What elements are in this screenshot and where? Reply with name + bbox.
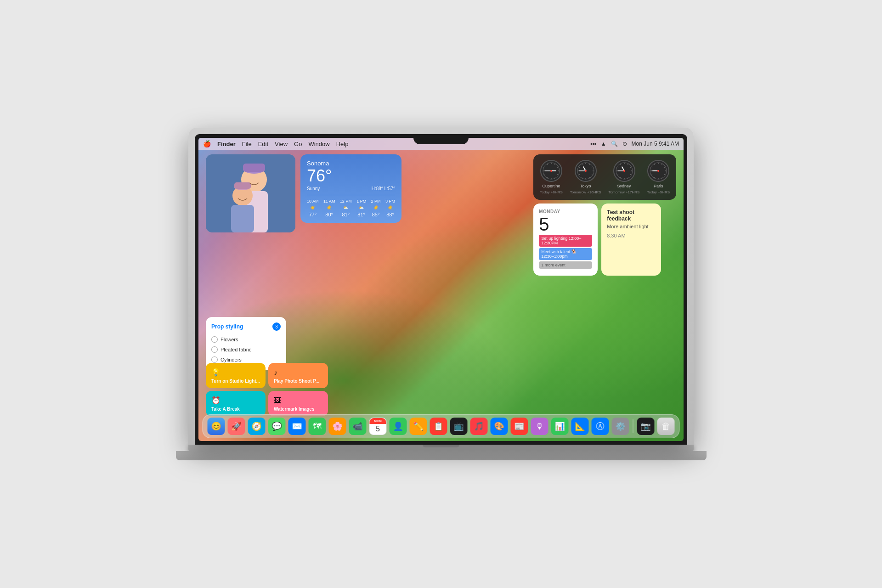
forecast-temp-4: 85° (372, 212, 380, 217)
dock-separator (633, 419, 633, 433)
svg-point-24 (550, 170, 552, 172)
dock-icon-appstore[interactable]: Ⓐ (592, 418, 609, 435)
forecast-time-5: 3 PM (385, 199, 395, 204)
forecast-temp-5: 88° (386, 212, 394, 217)
dock-icon-camera[interactable]: 📷 (637, 418, 655, 435)
apple-logo-icon[interactable]: 🍎 (203, 140, 211, 147)
weather-highlow: H:88° L:57° (372, 186, 395, 191)
menu-help[interactable]: Help (336, 141, 349, 147)
macbook: 🍎 Finder File Edit View Go Window Help ▪… (188, 128, 694, 460)
dock-icon-trash[interactable]: 🗑 (657, 418, 675, 435)
svg-rect-4 (243, 164, 265, 172)
dock-icon-photos[interactable]: 🌸 (329, 418, 346, 435)
menu-window[interactable]: Window (308, 141, 329, 147)
forecast-time-0: 10 AM (307, 199, 319, 204)
clock-face-sydney (613, 160, 635, 182)
menu-view[interactable]: View (275, 141, 288, 147)
dock-icon-appletv[interactable]: 📺 (450, 418, 468, 435)
wifi-icon: ▲ (601, 141, 606, 147)
weather-desc-row: Sunny H:88° L:57° (307, 186, 395, 191)
dock-icon-mail[interactable]: ✉️ (288, 418, 306, 435)
search-icon[interactable]: 🔍 (611, 141, 618, 147)
svg-point-56 (623, 170, 625, 172)
svg-rect-8 (234, 182, 251, 189)
clock-city-tokyo: Tokyo (580, 184, 591, 188)
clock-face-paris (647, 160, 669, 182)
forecast-icon-5: ☀️ (388, 205, 393, 210)
notes-widget: Test shoot feedback More ambient light 8… (601, 204, 661, 276)
forecast-item-2: 12 PM ⛅ 81° (340, 199, 352, 217)
screen-bezel: 🍎 Finder File Edit View Go Window Help ▪… (195, 134, 687, 445)
cal-event-0: Set up lighting 12:00–12:30PM (539, 235, 592, 247)
clock-item-tokyo: Tokyo Tomorrow +16HRS (570, 160, 601, 194)
shortcut-label-3: Watermark Images (274, 407, 322, 412)
shortcut-icon-3: 🖼 (274, 396, 322, 405)
shortcut-btn-1[interactable]: ♪ Play Photo Shoot P... (268, 363, 328, 388)
forecast-time-1: 11 AM (323, 199, 335, 204)
dock: 😊🚀🧭💬✉️🗺🌸📹MON5👤✏️📋📺🎵🎨📰🎙📊📐Ⓐ⚙️📷🗑 (203, 414, 680, 438)
svg-point-40 (585, 170, 587, 172)
dock-icon-calendar[interactable]: MON5 (369, 418, 387, 435)
shortcut-btn-3[interactable]: 🖼 Watermark Images (268, 391, 328, 416)
clock-diff-sydney: Tomorrow +17HRS (609, 190, 640, 194)
cal-day-label: MONDAY (539, 209, 592, 214)
forecast-temp-0: 77° (309, 212, 317, 217)
svg-point-72 (657, 170, 659, 172)
shortcut-label-1: Play Photo Shoot P... (274, 379, 322, 384)
menu-file[interactable]: File (242, 141, 252, 147)
dock-icon-podcasts[interactable]: 🎙 (531, 418, 548, 435)
dock-icon-news[interactable]: 📰 (511, 418, 528, 435)
forecast-icon-1: ☀️ (327, 205, 332, 210)
reminders-title: Prop styling (211, 323, 243, 330)
dock-icon-reminders[interactable]: 📋 (430, 418, 447, 435)
siri-icon[interactable]: ⊙ (622, 141, 627, 147)
dock-icon-facetime[interactable]: 📹 (349, 418, 367, 435)
clock-city-sydney: Sydney (617, 184, 631, 188)
dock-icon-maps[interactable]: 🗺 (309, 418, 326, 435)
forecast-item-1: 11 AM ☀️ 80° (323, 199, 335, 217)
forecast-temp-3: 81° (357, 212, 365, 217)
weather-widget: Sonoma 76° Sunny H:88° L:57° 10 AM ☀️ 77… (300, 154, 401, 223)
shortcut-icon-0: 💡 (211, 368, 260, 377)
dock-icon-safari[interactable]: 🧭 (248, 418, 266, 435)
dock-icon-settings[interactable]: ⚙️ (612, 418, 629, 435)
reminders-count: 3 (272, 322, 281, 331)
dock-icon-launchpad[interactable]: 🚀 (228, 418, 245, 435)
dock-icon-music[interactable]: 🎵 (470, 418, 488, 435)
weather-condition: Sunny (307, 186, 320, 191)
screen: 🍎 Finder File Edit View Go Window Help ▪… (198, 138, 684, 441)
menu-edit[interactable]: Edit (258, 141, 268, 147)
macbook-hinge (423, 445, 459, 447)
shortcut-icon-1: ♪ (274, 368, 322, 377)
menubar-right: ▪▪▪ ▲ 🔍 ⊙ Mon Jun 5 9:41 AM (590, 141, 679, 147)
macbook-body: 🍎 Finder File Edit View Go Window Help ▪… (188, 128, 694, 445)
dock-icon-freeform2[interactable]: 🎨 (491, 418, 508, 435)
shortcut-icon-2: ⏰ (211, 396, 260, 405)
menu-finder[interactable]: Finder (217, 141, 236, 147)
dock-icon-freeform[interactable]: ✏️ (410, 418, 427, 435)
forecast-item-5: 3 PM ☀️ 88° (385, 199, 395, 217)
widgets-container: Cupertino Today +0HRS Tokyo Tomorrow +16… (533, 154, 676, 276)
cal-event-2: 1 more event (539, 261, 592, 269)
clock-face-tokyo (575, 160, 597, 182)
shortcuts-widget[interactable]: 💡 Turn on Studio Light... ♪ Play Photo S… (206, 363, 328, 416)
calendar-notes-row: MONDAY 5 Set up lighting 12:00–12:30PMMe… (533, 204, 676, 276)
macbook-base (188, 445, 694, 451)
shortcut-btn-0[interactable]: 💡 Turn on Studio Light... (206, 363, 266, 388)
dock-icon-messages[interactable]: 💬 (268, 418, 286, 435)
dock-icon-numbers[interactable]: 📊 (551, 418, 569, 435)
calendar-widget: MONDAY 5 Set up lighting 12:00–12:30PMMe… (533, 204, 598, 276)
forecast-icon-2: ⛅ (343, 205, 348, 210)
clock-face-cupertino (540, 160, 562, 182)
clock-item-paris: Paris Today +9HRS (647, 160, 670, 194)
notes-subtitle: More ambient light (607, 224, 656, 229)
clock-item-cupertino: Cupertino Today +0HRS (540, 160, 563, 194)
clock-diff-paris: Today +9HRS (647, 190, 670, 194)
dock-icon-contacts[interactable]: 👤 (390, 418, 407, 435)
shortcut-btn-2[interactable]: ⏰ Take A Break (206, 391, 266, 416)
forecast-item-3: 1 PM ⛅ 81° (356, 199, 366, 217)
clock-diff-cupertino: Today +0HRS (540, 190, 563, 194)
dock-icon-keynote[interactable]: 📐 (571, 418, 589, 435)
dock-icon-finder[interactable]: 😊 (208, 418, 225, 435)
menu-go[interactable]: Go (294, 141, 302, 147)
